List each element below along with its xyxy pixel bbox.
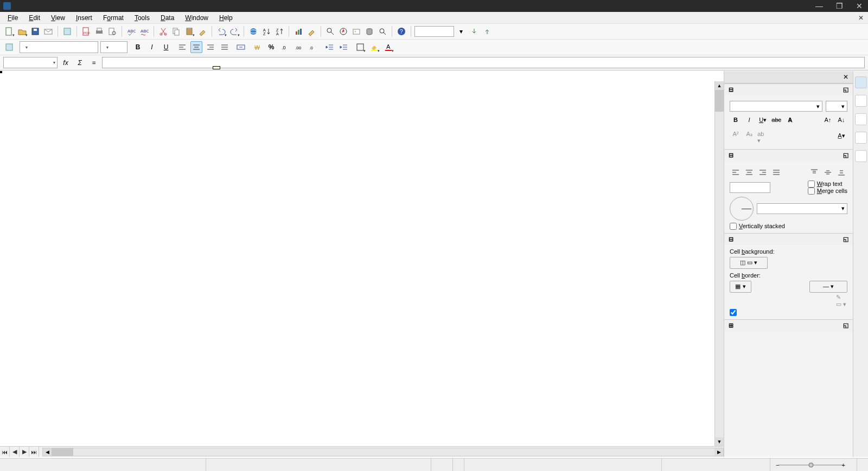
print-preview-icon[interactable] [106,25,118,37]
font-size-combo[interactable]: ▾ [100,41,127,53]
scroll-right-icon[interactable]: ▶ [714,448,723,456]
chart-icon[interactable] [292,25,304,37]
borders-icon[interactable]: ▾ [354,41,366,53]
menu-tools[interactable]: Tools [129,13,155,23]
email-icon[interactable] [42,25,54,37]
panel-font-combo[interactable]: ▾ [730,101,822,112]
cut-icon[interactable] [157,25,169,37]
navigator-icon[interactable] [337,25,349,37]
section-text-header[interactable]: ⊟ ◱ [724,84,853,95]
document-close-button[interactable]: ✕ [858,14,864,22]
panel-underline-icon[interactable]: U ▾ [757,114,769,126]
panel-highlight-icon[interactable]: ab ▾ [757,132,769,144]
sidebar-tab-properties[interactable] [855,76,867,88]
spreadsheet-grid[interactable]: ▲ ▼ [0,71,724,446]
scroll-thumb-v[interactable] [715,90,724,112]
panel-valign-top-icon[interactable] [808,166,820,178]
new-doc-icon[interactable]: ▾ [3,25,15,37]
scroll-left-icon[interactable]: ◀ [43,448,52,456]
close-button[interactable]: ✕ [856,2,863,10]
minimize-button[interactable]: — [815,2,823,10]
panel-strike-icon[interactable]: abc [770,114,782,126]
currency-icon[interactable]: ￦ [251,41,263,53]
tab-nav-first-icon[interactable]: ⏮ [0,447,10,457]
find-toolbar-input[interactable] [414,26,454,37]
menu-edit[interactable]: Edit [23,13,46,23]
function-wizard-icon[interactable]: fx [60,57,72,69]
bgcolor-icon[interactable]: ▾ [368,41,380,53]
edit-mode-icon[interactable] [61,25,73,37]
align-center-icon[interactable] [190,41,202,53]
panel-grow-font-icon[interactable]: A↑ [822,114,834,126]
increase-indent-icon[interactable] [338,41,350,53]
print-icon[interactable] [93,25,105,37]
sidebar-tab-styles[interactable] [855,95,867,107]
horizontal-scrollbar[interactable]: ◀ ▶ [42,448,724,456]
panel-italic-icon[interactable]: I [743,114,755,126]
section-number-header[interactable]: ⊞ ◱ [724,320,853,331]
del-decimal-icon[interactable]: .0 [308,41,320,53]
zoom-slider[interactable]: −+ [770,459,857,471]
menu-format[interactable]: Format [98,13,129,23]
equals-icon[interactable]: = [88,57,100,69]
number-std-icon[interactable]: .0 [279,41,291,53]
zoom-icon[interactable] [376,25,388,37]
panel-bold-icon[interactable]: B [730,114,742,126]
find-replace-icon[interactable] [324,25,336,37]
find-next-down-icon[interactable] [468,25,480,37]
sort-desc-icon[interactable]: ZA [273,25,285,37]
align-left-icon[interactable] [176,41,188,53]
panel-fontsize-combo[interactable]: ▾ [826,101,847,112]
add-decimal-icon[interactable]: .00 [293,41,305,53]
status-zoom[interactable] [857,459,868,471]
gallery-icon[interactable] [350,25,362,37]
scroll-thumb-h[interactable] [52,448,73,456]
tab-nav-last-icon[interactable]: ⏭ [29,447,39,457]
align-right-icon[interactable] [205,41,216,53]
border-color-picker[interactable]: ✎ ▭ ▾ [835,295,847,307]
undo-icon[interactable]: ▾ [215,25,227,37]
section-alignment-header[interactable]: ⊟ ◱ [724,150,853,161]
copy-icon[interactable] [170,25,182,37]
bold-icon[interactable]: B [132,41,144,53]
menu-view[interactable]: View [46,13,71,23]
merge-cells-checkbox[interactable]: Merge cells [808,188,847,195]
vertical-scrollbar[interactable]: ▲ ▼ [714,81,724,446]
paste-icon[interactable]: ▾ [183,25,195,37]
vertically-stacked-checkbox[interactable]: Vertically stacked [730,223,847,230]
datasources-icon[interactable] [363,25,375,37]
status-insertmode[interactable] [431,459,453,471]
sidebar-tab-functions[interactable] [855,150,867,162]
sidebar-tab-navigator[interactable] [855,132,867,144]
panel-halign-right-icon[interactable] [757,166,769,178]
merge-cells-icon[interactable] [235,41,247,53]
panel-shrink-font-icon[interactable]: A↓ [835,114,847,126]
styles-icon[interactable] [3,41,15,53]
orientation-dial[interactable] [730,197,754,221]
export-pdf-icon[interactable]: PDF [80,25,92,37]
sum-icon[interactable]: Σ [74,57,86,69]
panel-sub-icon[interactable]: A₂ [743,128,755,140]
panel-super-icon[interactable]: A² [730,128,742,140]
wrap-text-checkbox[interactable]: Wrap text [808,180,847,188]
scroll-up-icon[interactable]: ▲ [715,81,724,90]
status-sum[interactable] [662,459,770,471]
menu-file[interactable]: File [2,13,23,23]
show-draw-icon[interactable] [305,25,317,37]
menu-help[interactable]: Help [214,13,238,23]
orientation-combo[interactable]: ▾ [757,203,847,214]
border-preset-picker[interactable]: ▦ ▾ [730,281,751,293]
italic-icon[interactable]: I [146,41,158,53]
sort-asc-icon[interactable]: AZ [260,25,272,37]
panel-valign-mid-icon[interactable] [822,166,834,178]
underline-icon[interactable]: U [160,41,172,53]
percent-icon[interactable]: % [265,41,277,53]
indent-input[interactable] [730,182,770,193]
section-appearance-header[interactable]: ⊟ ◱ [724,234,853,245]
panel-halign-left-icon[interactable] [730,166,742,178]
gridlines-checkbox[interactable] [730,309,847,316]
scroll-down-icon[interactable]: ▼ [715,437,724,446]
autospellcheck-icon[interactable]: ABC [138,25,150,37]
find-prev-up-icon[interactable] [481,25,493,37]
find-dropdown-icon[interactable]: ▾ [455,25,467,37]
